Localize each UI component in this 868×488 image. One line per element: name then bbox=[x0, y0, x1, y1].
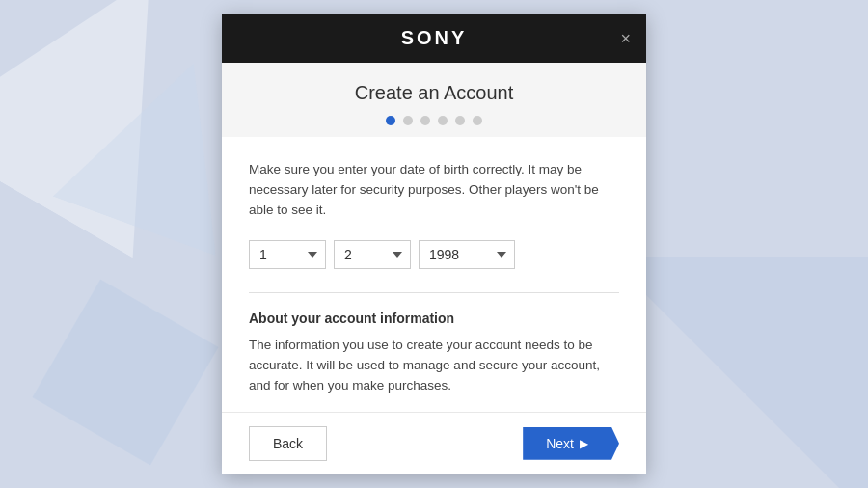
account-info-text: The information you use to create your a… bbox=[249, 336, 619, 396]
page-title: Create an Account bbox=[241, 82, 627, 104]
year-select[interactable]: 1998 1997 1996 1995 1994 1993 1992 2000 … bbox=[419, 240, 515, 269]
close-button[interactable]: × bbox=[620, 30, 631, 47]
date-selectors: 1 2 3 4 5 6 7 8 9 10 11 12 13 14 15 16 1… bbox=[249, 240, 619, 269]
modal-header: SONY × bbox=[222, 14, 646, 63]
stepper-dot-2 bbox=[403, 116, 413, 125]
sony-logo: SONY bbox=[401, 27, 468, 49]
back-button[interactable]: Back bbox=[249, 426, 327, 461]
modal-body: Make sure you enter your date of birth c… bbox=[222, 137, 646, 412]
modal-footer: Back Next ▶ bbox=[222, 412, 646, 474]
month-select[interactable]: 1 2 3 4 5 6 7 8 9 10 11 12 bbox=[334, 240, 411, 269]
stepper-dot-3 bbox=[420, 116, 430, 125]
stepper-dot-1 bbox=[386, 116, 395, 125]
stepper bbox=[241, 116, 627, 125]
bg-decoration-2 bbox=[8, 255, 244, 488]
title-section: Create an Account bbox=[222, 63, 646, 137]
modal-window: SONY × Create an Account Make sure you e… bbox=[222, 14, 646, 474]
account-info-title: About your account information bbox=[249, 311, 619, 326]
next-label: Next bbox=[546, 436, 574, 451]
day-select[interactable]: 1 2 3 4 5 6 7 8 9 10 11 12 13 14 15 16 1… bbox=[249, 240, 326, 269]
stepper-dot-5 bbox=[455, 116, 465, 125]
dob-info-text: Make sure you enter your date of birth c… bbox=[249, 160, 619, 221]
section-divider bbox=[249, 292, 619, 293]
next-button[interactable]: Next ▶ bbox=[523, 427, 619, 460]
bg-decoration-4 bbox=[608, 257, 868, 488]
stepper-dot-4 bbox=[438, 116, 448, 125]
stepper-dot-6 bbox=[473, 116, 482, 125]
next-arrow-icon: ▶ bbox=[580, 437, 588, 450]
